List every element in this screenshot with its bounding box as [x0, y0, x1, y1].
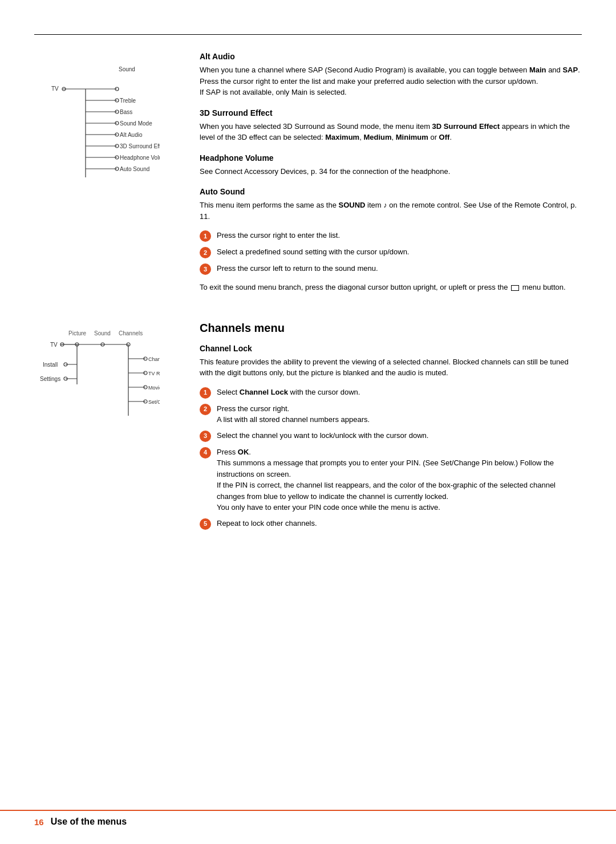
sound-diagram: Sound TV Treble	[34, 63, 160, 189]
menu-icon	[511, 285, 519, 291]
svg-text:Channels: Channels	[119, 330, 143, 336]
step-circle-cl-1: 1	[200, 387, 211, 399]
channels-diagram-svg: Picture Sound Channels TV	[34, 327, 160, 430]
auto-sound-heading: Auto Sound	[200, 187, 582, 196]
step-text-cl-2: Press the cursor right.A list with all s…	[217, 403, 370, 425]
step-circle-cl-4: 4	[200, 447, 211, 458]
channel-lock-section: Channel Lock This feature provides the a…	[200, 344, 582, 530]
alt-audio-text: When you tune a channel where SAP (Secon…	[200, 64, 582, 98]
svg-text:Settings: Settings	[40, 376, 60, 382]
headphone-volume-text: See Connect Accessory Devices, p. 34 for…	[200, 166, 582, 177]
channel-lock-step-3: 3 Select the channel you want to lock/un…	[200, 430, 582, 442]
exit-text: To exit the sound menu branch, press the…	[200, 282, 582, 293]
svg-text:Install: Install	[43, 362, 58, 368]
auto-sound-step-3: 3 Press the cursor left to return to the…	[200, 263, 582, 275]
auto-sound-text: This menu item performs the same as the …	[200, 200, 582, 222]
step-text-1: Press the cursor right to enter the list…	[217, 230, 340, 241]
svg-text:Set/Change PIN: Set/Change PIN	[148, 399, 160, 405]
footer-title: Use of the menus	[51, 817, 127, 827]
channel-lock-step-1: 1 Select Channel Lock with the cursor do…	[200, 387, 582, 399]
svg-text:TV Ratings Lock: TV Ratings Lock	[148, 371, 160, 376]
step-text-cl-5: Repeat to lock other channels.	[217, 518, 317, 529]
channel-lock-step-2: 2 Press the cursor right.A list with all…	[200, 403, 582, 425]
top-divider	[34, 34, 582, 35]
step-text-cl-3: Select the channel you want to lock/unlo…	[217, 430, 428, 441]
channel-lock-step-5: 5 Repeat to lock other channels.	[200, 518, 582, 530]
channel-lock-heading: Channel Lock	[200, 344, 582, 353]
step-text-2: Select a predefined sound setting with t…	[217, 246, 410, 258]
sound-diagram-panel: Sound TV Treble	[34, 52, 183, 310]
step-circle-3: 3	[200, 263, 211, 275]
alt-audio-heading: Alt Audio	[200, 52, 582, 61]
svg-text:Bass: Bass	[120, 109, 132, 115]
headphone-volume-section: Headphone Volume See Connect Accessory D…	[200, 153, 582, 177]
sound-right-panel: Alt Audio When you tune a channel where …	[183, 52, 582, 310]
auto-sound-step-2: 2 Select a predefined sound setting with…	[200, 246, 582, 258]
channels-heading: Channels menu	[200, 322, 582, 335]
alt-audio-section: Alt Audio When you tune a channel where …	[200, 52, 582, 98]
auto-sound-step-1: 1 Press the cursor right to enter the li…	[200, 230, 582, 242]
step-circle-cl-2: 2	[200, 404, 211, 415]
step-circle-1: 1	[200, 230, 211, 242]
channels-area: Picture Sound Channels TV	[0, 322, 616, 540]
svg-text:Channel Lock: Channel Lock	[148, 356, 160, 362]
svg-text:Auto Sound: Auto Sound	[120, 166, 149, 172]
svg-text:TV: TV	[50, 342, 58, 348]
svg-text:3D Surround Effect: 3D Surround Effect	[120, 143, 160, 149]
svg-text:Sound: Sound	[119, 66, 135, 72]
svg-text:TV: TV	[51, 86, 59, 92]
svg-text:Sound: Sound	[94, 330, 111, 336]
step-text-3: Press the cursor left to return to the s…	[217, 263, 378, 274]
surround-effect-section: 3D Surround Effect When you have selecte…	[200, 108, 582, 143]
svg-text:Headphone Volume: Headphone Volume	[120, 155, 160, 161]
channel-lock-intro: This feature provides the ability to pre…	[200, 356, 582, 379]
svg-text:Movie Ratings Lock: Movie Ratings Lock	[148, 385, 160, 391]
footer: 16 Use of the menus	[0, 810, 616, 827]
svg-text:Treble: Treble	[120, 98, 136, 104]
svg-text:Sound Mode: Sound Mode	[120, 120, 152, 127]
step-circle-2: 2	[200, 247, 211, 258]
channels-diagram: Picture Sound Channels TV	[34, 327, 160, 430]
svg-text:Alt Audio: Alt Audio	[120, 132, 143, 138]
auto-sound-section: Auto Sound This menu item performs the s…	[200, 187, 582, 293]
step-circle-cl-5: 5	[200, 518, 211, 530]
step-circle-cl-3: 3	[200, 431, 211, 442]
footer-page-number: 16	[34, 817, 44, 827]
sound-content-area: Sound TV Treble	[0, 52, 616, 310]
channels-right-panel: Channels menu Channel Lock This feature …	[183, 322, 582, 540]
headphone-volume-heading: Headphone Volume	[200, 153, 582, 163]
svg-text:Picture: Picture	[68, 330, 87, 336]
channels-diagram-panel: Picture Sound Channels TV	[34, 322, 183, 540]
page: Sound TV Treble	[0, 0, 616, 844]
surround-effect-heading: 3D Surround Effect	[200, 108, 582, 117]
channel-lock-step-4: 4 Press OK. This summons a message that …	[200, 447, 582, 513]
step-text-cl-4: Press OK. This summons a message that pr…	[217, 447, 582, 513]
surround-effect-text: When you have selected 3D Surround as So…	[200, 121, 582, 143]
step-text-cl-1: Select Channel Lock with the cursor down…	[217, 387, 360, 398]
sound-diagram-svg: Sound TV Treble	[34, 63, 160, 189]
